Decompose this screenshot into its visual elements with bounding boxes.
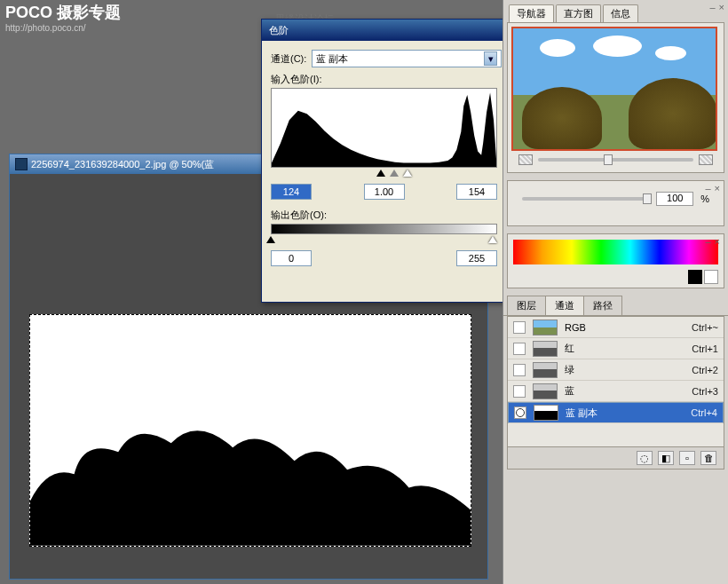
tab-layers[interactable]: 图层 <box>507 296 546 315</box>
channel-shortcut: Ctrl+3 <box>692 386 718 397</box>
channel-name: 绿 <box>565 363 684 376</box>
navigator-zoom-row <box>511 151 720 169</box>
swatches-panel: –× <box>507 233 724 288</box>
close-panel-icon[interactable]: × <box>715 236 720 247</box>
navigator-thumbnail[interactable] <box>511 27 717 151</box>
swatch-white[interactable] <box>704 270 718 284</box>
zoom-in-icon[interactable] <box>699 154 713 165</box>
channel-thumbnail <box>533 362 558 378</box>
chevron-down-icon[interactable]: ▾ <box>484 51 497 66</box>
zoom-slider[interactable] <box>538 158 693 162</box>
channel-row[interactable]: 绿Ctrl+2 <box>508 359 724 381</box>
out-white-slider[interactable] <box>488 236 497 243</box>
channel-row[interactable]: RGBCtrl+~ <box>508 317 724 338</box>
output-levels-label: 输出色阶(O): <box>271 209 502 222</box>
load-selection-icon[interactable]: ◌ <box>637 451 653 465</box>
tab-histogram[interactable]: 直方图 <box>556 4 601 22</box>
input-levels-label: 输入色阶(I): <box>271 73 502 86</box>
right-panel-stack: 导航器 直方图 信息 –× –× 100 % –× <box>502 0 728 584</box>
channels-list: RGBCtrl+~红Ctrl+1绿Ctrl+2蓝Ctrl+3蓝 副本Ctrl+4 <box>507 316 724 447</box>
save-selection-icon[interactable]: ◧ <box>658 451 674 465</box>
opacity-suffix: % <box>700 193 709 204</box>
output-sliders[interactable] <box>271 238 497 247</box>
document-title: 2256974_231639284000_2.jpg @ 50%(蓝 <box>31 158 214 171</box>
input-white-field[interactable]: 154 <box>456 184 497 200</box>
visibility-toggle[interactable] <box>513 385 526 398</box>
tree-silhouette <box>30 412 471 546</box>
minimize-icon[interactable]: – <box>705 183 710 193</box>
midtone-slider[interactable] <box>390 170 399 177</box>
channel-thumbnail <box>533 320 558 335</box>
visibility-toggle[interactable] <box>514 406 526 419</box>
opacity-field[interactable]: 100 <box>656 192 693 206</box>
navigator-tabs: 导航器 直方图 信息 –× <box>503 4 728 22</box>
minimize-icon[interactable]: – <box>709 2 715 12</box>
channel-thumbnail <box>534 405 558 421</box>
close-panel-icon[interactable]: × <box>719 2 724 12</box>
canvas[interactable] <box>29 314 471 547</box>
logo-line2: http://photo.poco.cn/ <box>5 23 121 33</box>
channel-thumbnail <box>533 341 558 357</box>
new-channel-icon[interactable]: ▫ <box>679 451 695 465</box>
tab-paths[interactable]: 路径 <box>583 296 622 315</box>
channel-name: 红 <box>565 342 684 355</box>
channel-row[interactable]: 红Ctrl+1 <box>508 338 724 359</box>
opacity-slider[interactable] <box>522 197 649 201</box>
tab-info[interactable]: 信息 <box>603 4 638 22</box>
output-gradient[interactable] <box>271 224 497 234</box>
swatch-black[interactable] <box>688 270 702 284</box>
channels-footer: ◌ ◧ ▫ 🗑 <box>507 447 724 470</box>
channel-name: RGB <box>565 322 684 333</box>
channel-label: 通道(C): <box>271 52 306 66</box>
channel-row[interactable]: 蓝Ctrl+3 <box>508 381 724 402</box>
tab-navigator[interactable]: 导航器 <box>509 4 554 22</box>
input-sliders[interactable] <box>271 171 497 180</box>
logo-line1: POCO 摄影专题 <box>5 2 121 23</box>
histogram[interactable] <box>271 88 497 168</box>
channels-panel-group: 图层 通道 路径 RGBCtrl+~红Ctrl+1绿Ctrl+2蓝Ctrl+3蓝… <box>503 296 728 470</box>
black-point-slider[interactable] <box>376 170 385 177</box>
channel-thumbnail <box>533 383 558 399</box>
channel-name: 蓝 <box>565 384 684 398</box>
color-spectrum[interactable] <box>513 240 718 264</box>
output-white-field[interactable]: 255 <box>456 250 497 266</box>
input-black-field[interactable]: 124 <box>271 184 312 200</box>
input-gamma-field[interactable]: 1.00 <box>364 184 405 200</box>
tab-channels[interactable]: 通道 <box>545 296 584 315</box>
poco-logo: POCO 摄影专题 http://photo.poco.cn/ <box>5 2 121 33</box>
channel-row[interactable]: 蓝 副本Ctrl+4 <box>508 402 724 423</box>
delete-channel-icon[interactable]: 🗑 <box>700 451 716 465</box>
ps-file-icon <box>15 158 28 170</box>
visibility-toggle[interactable] <box>513 343 526 355</box>
channel-shortcut: Ctrl+4 <box>691 407 717 418</box>
white-point-slider[interactable] <box>403 170 412 177</box>
output-black-field[interactable]: 0 <box>271 250 312 266</box>
channel-select[interactable]: 蓝 副本 ▾ <box>312 50 502 67</box>
close-panel-icon[interactable]: × <box>715 183 720 193</box>
channel-shortcut: Ctrl+1 <box>692 343 718 354</box>
out-black-slider[interactable] <box>266 236 275 243</box>
channel-shortcut: Ctrl+~ <box>692 322 718 333</box>
levels-title: 色阶 <box>269 24 289 37</box>
opacity-panel: –× 100 % <box>507 180 724 226</box>
zoom-out-icon[interactable] <box>518 154 533 165</box>
minimize-icon[interactable]: – <box>705 236 710 247</box>
visibility-toggle[interactable] <box>513 321 526 334</box>
visibility-toggle[interactable] <box>513 364 526 376</box>
channel-shortcut: Ctrl+2 <box>692 365 718 375</box>
navigator-panel <box>507 22 724 173</box>
channel-name: 蓝 副本 <box>566 406 684 420</box>
channel-value: 蓝 副本 <box>316 52 348 66</box>
